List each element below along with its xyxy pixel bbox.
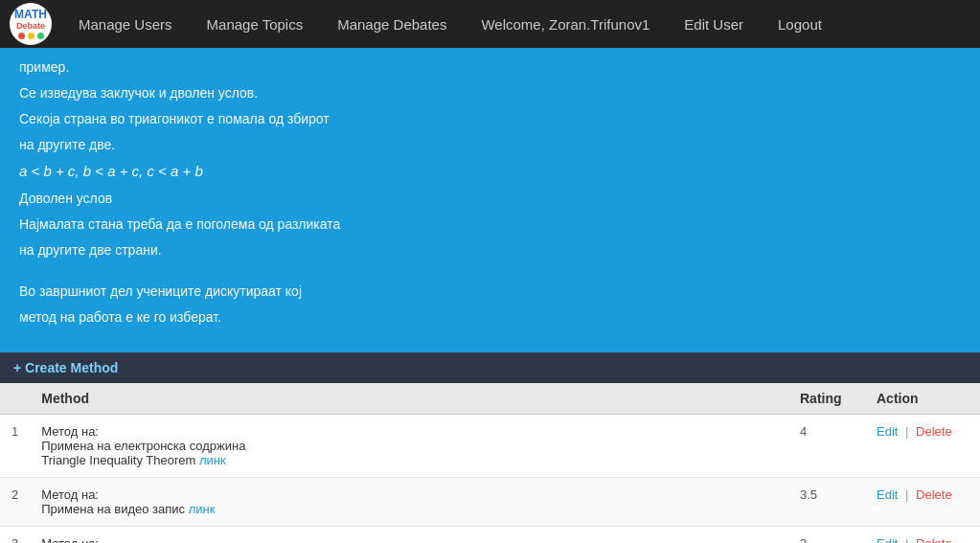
table-row: 1 Метод на: Примена на електронска содрж…	[0, 414, 980, 477]
table-section: + Create Method Method Rating Action 1 М…	[0, 352, 980, 544]
dot-red	[18, 33, 25, 39]
row2-link[interactable]: линк	[189, 502, 216, 516]
col-num	[0, 383, 30, 415]
nav-edit-user[interactable]: Edit User	[667, 0, 761, 48]
row3-action: Edit | Delete	[865, 526, 980, 543]
dot-yellow	[28, 33, 34, 39]
row1-link[interactable]: линк	[199, 453, 226, 467]
blue-line2: Се изведува заклучок и дволен услов.	[19, 83, 961, 103]
blue-line1: пример.	[19, 57, 961, 78]
row2-action: Edit | Delete	[865, 477, 980, 526]
logo-debate-text: Debate	[14, 22, 47, 32]
row1-method-line2: Примена на електронска содржина	[41, 439, 245, 453]
logo: MATH Debate	[10, 3, 52, 45]
create-bar: + Create Method	[0, 352, 980, 383]
methods-table: Method Rating Action 1 Метод на: Примена…	[0, 383, 980, 544]
row1-rating: 4	[788, 414, 865, 477]
row2-method: Метод на: Примена на видео запис линк	[30, 477, 788, 526]
row3-delete-button[interactable]: Delete	[916, 536, 952, 544]
row3-method: Метод на: Примена на PowerPoint, Impress…	[30, 526, 788, 543]
row2-num: 2	[0, 477, 30, 526]
blue-line6: Најмалата стана треба да е поголема од р…	[19, 215, 961, 235]
row3-edit-button[interactable]: Edit	[877, 536, 898, 544]
nav-welcome: Welcome, Zoran.Trifunov1	[464, 0, 667, 48]
blue-formula: a < b + c, b < a + c, c < a + b	[19, 161, 961, 183]
row1-method: Метод на: Примена на електронска содржин…	[30, 414, 788, 477]
col-rating: Rating	[788, 383, 865, 415]
create-method-button[interactable]: + Create Method	[13, 360, 118, 375]
row1-delete-button[interactable]: Delete	[916, 424, 952, 439]
row2-edit-button[interactable]: Edit	[877, 487, 898, 502]
row2-delete-button[interactable]: Delete	[916, 487, 952, 502]
row1-num: 1	[0, 414, 30, 477]
row2-method-line2: Примена на видео запис	[41, 502, 185, 516]
row2-rating: 3.5	[788, 477, 865, 526]
blue-line5: Доволен услов	[19, 189, 961, 209]
dot-green	[37, 33, 44, 39]
col-action: Action	[865, 383, 980, 415]
table-body: 1 Метод на: Примена на електронска содрж…	[0, 414, 980, 543]
row3-method-line1: Метод на:	[41, 536, 99, 544]
nav-logout[interactable]: Logout	[761, 0, 839, 48]
logo-dots	[14, 33, 47, 39]
nav-manage-topics[interactable]: Manage Topics	[190, 0, 321, 48]
nav-manage-users[interactable]: Manage Users	[61, 0, 190, 48]
row3-rating: 3	[788, 526, 865, 543]
table-header: Method Rating Action	[0, 383, 980, 415]
row1-method-line1: Метод на:	[41, 424, 99, 439]
nav-manage-debates[interactable]: Manage Debates	[320, 0, 464, 48]
navbar: MATH Debate Manage Users Manage Topics M…	[0, 0, 980, 48]
logo-math-text: MATH	[14, 9, 47, 21]
blue-line4: на другите две.	[19, 135, 961, 155]
row1-edit-button[interactable]: Edit	[877, 424, 898, 439]
table-row: 3 Метод на: Примена на PowerPoint, Impre…	[0, 526, 980, 543]
content-blue-area: пример. Се изведува заклучок и дволен ус…	[0, 48, 980, 352]
blue-line9: Во завршниот дел учениците дискутираат к…	[19, 282, 961, 302]
col-method: Method	[30, 383, 788, 415]
blue-line7: на другите две страни.	[19, 240, 961, 260]
row1-method-line3: Triangle Inequality Theorem	[41, 453, 195, 467]
blue-line3: Секоја страна во триагоникот е помала од…	[19, 109, 961, 129]
row1-action: Edit | Delete	[865, 414, 980, 477]
blue-line10: метод на работа е ке го изберат.	[19, 307, 961, 328]
row2-method-line1: Метод на:	[41, 487, 99, 502]
table-row: 2 Метод на: Примена на видео запис линк …	[0, 477, 980, 526]
row3-num: 3	[0, 526, 30, 543]
